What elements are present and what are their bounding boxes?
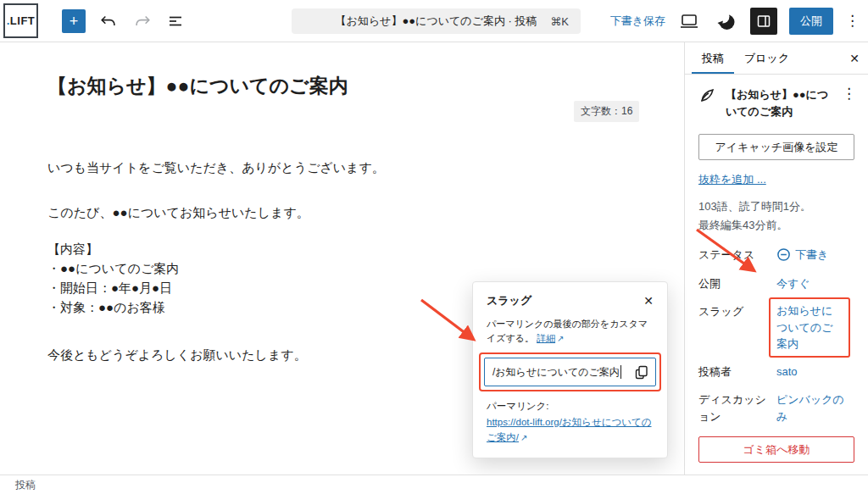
undo-button[interactable] bbox=[97, 11, 120, 31]
annotation-box-slug: お知らせについてのご案内 bbox=[769, 297, 850, 358]
discussion-row: ディスカッション ピンバックのみ bbox=[685, 391, 868, 425]
block-inserter-button[interactable]: + bbox=[62, 9, 86, 33]
settings-sidebar: 投稿 ブロック ✕ 【お知らせ】●●についてのご案内 ⋮ アイキャッチ画像を設定… bbox=[684, 42, 868, 494]
paragraph-block[interactable]: いつも当サイトをご覧いただき、ありがとうございます。 bbox=[47, 158, 385, 177]
author-value-button[interactable]: sato bbox=[776, 364, 798, 380]
document-overview-button[interactable] bbox=[165, 12, 186, 31]
breadcrumb: 投稿 bbox=[15, 478, 36, 492]
external-link-icon: ↗ bbox=[557, 332, 564, 346]
draft-status-icon bbox=[776, 247, 791, 262]
close-icon[interactable]: ✕ bbox=[643, 294, 654, 308]
popover-title: スラッグ bbox=[487, 293, 531, 308]
slug-label: スラッグ bbox=[698, 303, 776, 320]
content-line: ・対象：●●のお客様 bbox=[47, 297, 179, 317]
discussion-value-button[interactable]: ピンバックのみ bbox=[776, 391, 854, 425]
content-line: 【内容】 bbox=[47, 239, 179, 258]
editor-footer: 投稿 bbox=[0, 475, 868, 494]
editor-topbar: .LIFT + 【お知らせ】●●についてのご案内 · 投稿 ⌘K 下書き保存 bbox=[0, 0, 868, 42]
settings-sidebar-toggle[interactable] bbox=[750, 8, 777, 35]
post-icon bbox=[698, 86, 717, 105]
annotation-box-input: /お知らせについてのご案内 bbox=[479, 352, 661, 391]
post-actions-menu[interactable]: ⋮ bbox=[842, 86, 856, 101]
plugin-button[interactable] bbox=[713, 8, 738, 34]
redo-icon bbox=[133, 13, 152, 30]
paragraph-block[interactable]: 【内容】 ・●●についてのご案内 ・開始日：●年●月●日 ・対象：●●のお客様 bbox=[47, 239, 179, 317]
slug-value-button[interactable]: お知らせについてのご案内 bbox=[776, 303, 843, 352]
char-count-badge: 文字数：16 bbox=[574, 101, 639, 122]
sidebar-panel-icon bbox=[756, 14, 771, 29]
slug-popover: スラッグ ✕ パーマリンクの最後の部分をカスタマイズする。 詳細↗ /お知らせに… bbox=[472, 281, 668, 458]
status-label: ステータス bbox=[698, 247, 776, 264]
device-preview-icon bbox=[679, 12, 699, 31]
add-excerpt-link[interactable]: 抜粋を追加 ... bbox=[698, 172, 766, 187]
publish-row: 公開 今すぐ bbox=[685, 275, 868, 292]
redo-button[interactable] bbox=[131, 11, 153, 31]
list-view-icon bbox=[167, 14, 184, 29]
tab-block[interactable]: ブロック bbox=[734, 42, 799, 74]
move-to-trash-button[interactable]: ゴミ箱へ移動 bbox=[698, 436, 854, 463]
paragraph-block[interactable]: このたび、●●についてお知らせいたします。 bbox=[47, 203, 309, 222]
content-line: ・●●についてのご案内 bbox=[47, 258, 179, 278]
copy-button[interactable] bbox=[632, 364, 650, 384]
content-line: ・開始日：●年●月●日 bbox=[47, 278, 179, 297]
status-value-button[interactable]: 下書き bbox=[795, 247, 828, 264]
site-logo[interactable]: .LIFT bbox=[3, 3, 38, 38]
set-featured-image-button[interactable]: アイキャッチ画像を設定 bbox=[698, 134, 854, 160]
copy-icon bbox=[632, 364, 650, 381]
permalink-url[interactable]: https://dot-lift.org/お知らせについてのご案内/ bbox=[487, 417, 652, 442]
slug-description: パーマリンクの最後の部分をカスタマイズする。 bbox=[487, 319, 648, 343]
details-link[interactable]: 詳細 bbox=[537, 333, 555, 343]
author-label: 投稿者 bbox=[698, 364, 776, 380]
slug-input-value: /お知らせについてのご案内 bbox=[492, 365, 620, 380]
post-card-title: 【お知らせ】●●についてのご案内 bbox=[726, 86, 833, 120]
close-sidebar-icon[interactable]: ✕ bbox=[849, 42, 860, 74]
save-draft-button[interactable]: 下書き保存 bbox=[610, 14, 665, 29]
slug-input[interactable]: /お知らせについてのご案内 bbox=[484, 358, 656, 386]
word-count-text: 103語、読了時間1分。 bbox=[698, 197, 854, 215]
last-edited-text: 最終編集43分前。 bbox=[698, 216, 854, 234]
options-menu-button[interactable]: ⋮ bbox=[845, 14, 860, 28]
text-caret bbox=[620, 365, 621, 379]
discussion-label: ディスカッション bbox=[698, 391, 776, 425]
paragraph-block[interactable]: 今後ともどうぞよろしくお願いいたします。 bbox=[47, 345, 307, 364]
command-palette-button[interactable]: 【お知らせ】●●についてのご案内 · 投稿 ⌘K bbox=[292, 8, 581, 34]
preview-button[interactable] bbox=[677, 10, 701, 32]
status-row: ステータス 下書き bbox=[685, 247, 868, 264]
slug-row: スラッグ お知らせについてのご案内 bbox=[685, 303, 868, 352]
author-row: 投稿者 sato bbox=[685, 364, 868, 380]
logo-text: LIFT bbox=[10, 14, 35, 27]
post-title[interactable]: 【お知らせ】●●についてのご案内 bbox=[47, 73, 348, 99]
publish-label: 公開 bbox=[698, 275, 776, 292]
plugin-icon bbox=[715, 10, 737, 32]
publish-button[interactable]: 公開 bbox=[789, 8, 833, 35]
document-title: 【お知らせ】●●についてのご案内 · 投稿 bbox=[336, 14, 537, 29]
publish-date-button[interactable]: 今すぐ bbox=[776, 275, 810, 292]
shortcut-hint: ⌘K bbox=[550, 15, 569, 28]
tab-post[interactable]: 投稿 bbox=[692, 42, 734, 74]
permalink-label: パーマリンク: bbox=[487, 400, 654, 413]
undo-icon bbox=[99, 13, 118, 30]
external-link-icon: ↗ bbox=[520, 431, 527, 445]
